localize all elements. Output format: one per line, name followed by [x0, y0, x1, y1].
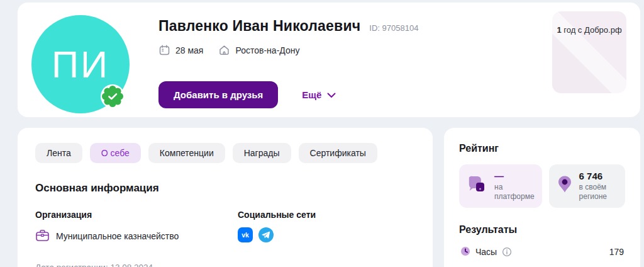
city-label: Ростов-на-Дону: [235, 45, 299, 55]
more-menu-button[interactable]: Ещё: [302, 89, 336, 100]
tab-feed[interactable]: Лента: [35, 143, 82, 163]
calendar-icon: [158, 44, 170, 56]
organization-label: Организация: [35, 210, 238, 220]
organization-column: Организация Муниципальное казначейство: [35, 210, 238, 244]
profile-id: ID: 97058104: [369, 23, 418, 33]
anniversary-years: 1: [557, 25, 561, 35]
briefcase-icon: [35, 229, 50, 244]
profile-tabs: Лента О себе Компетенции Награды Сертифи…: [35, 143, 415, 163]
avatar: ПИ: [31, 15, 130, 113]
more-label: Ещё: [302, 89, 321, 100]
info-icon[interactable]: [502, 247, 512, 257]
anniversary-text: год с Добро.рф: [562, 25, 622, 35]
add-friend-button[interactable]: Добавить в друзья: [158, 81, 278, 108]
social-column: Социальные сети vk: [238, 210, 316, 244]
city-item: Ростов-на-Дону: [218, 44, 299, 56]
hours-label: Часы: [475, 247, 497, 257]
platform-rank-icon: [467, 174, 488, 197]
region-rating-card: 6 746 в своём регионе: [549, 164, 625, 208]
rating-card: Рейтинг — на платформе: [444, 128, 640, 267]
anniversary-badge: 1 год с Добро.рф: [552, 11, 626, 93]
vk-icon[interactable]: vk: [238, 227, 253, 242]
telegram-icon[interactable]: [258, 227, 274, 242]
region-rating-label: в своём регионе: [579, 183, 618, 202]
chevron-down-icon: [327, 89, 336, 100]
rating-title: Рейтинг: [459, 143, 625, 154]
platform-rating-card: — на платформе: [459, 164, 542, 208]
region-rating-value: 6 746: [579, 171, 618, 183]
social-label: Социальные сети: [238, 210, 316, 220]
home-icon: [218, 44, 230, 56]
page-title: Павленко Иван Николаевич: [158, 18, 360, 35]
result-row-hours: Часы 179: [459, 246, 625, 258]
tab-awards[interactable]: Награды: [233, 143, 291, 163]
tab-about[interactable]: О себе: [90, 143, 141, 163]
organization-value-row[interactable]: Муниципальное казначейство: [35, 229, 238, 244]
section-title: Основная информация: [35, 182, 415, 195]
svg-text:vk: vk: [242, 231, 249, 239]
verified-badge-icon: [101, 84, 125, 108]
profile-info: Павленко Иван Николаевич ID: 97058104 28…: [158, 15, 552, 105]
hours-value: 179: [609, 247, 624, 257]
tab-competencies[interactable]: Компетенции: [148, 143, 225, 163]
clock-icon: [460, 246, 470, 258]
profile-header-card: ПИ Павленко Иван Николаевич ID: 97058104: [18, 3, 640, 117]
about-card: Лента О себе Компетенции Награды Сертифи…: [18, 128, 433, 267]
platform-rating-value: —: [494, 171, 535, 183]
birthday-label: 28 мая: [175, 45, 203, 55]
organization-value: Муниципальное казначейство: [56, 231, 179, 241]
tab-certificates[interactable]: Сертификаты: [299, 143, 377, 163]
birthday-item: 28 мая: [158, 44, 203, 56]
platform-rating-label: на платформе: [494, 183, 535, 202]
results-title: Результаты: [459, 224, 625, 236]
registration-date: Дата регистрации: 13.08.2024: [35, 263, 415, 267]
map-pin-icon: [557, 175, 573, 196]
